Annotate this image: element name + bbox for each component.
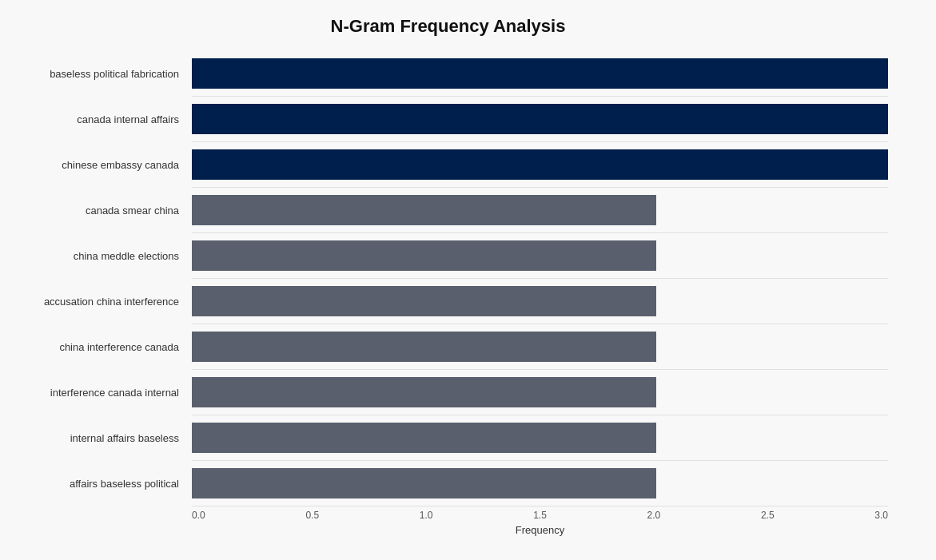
bar-track xyxy=(192,286,888,316)
bar-label: china interference canada xyxy=(8,341,185,353)
x-tick: 0.5 xyxy=(305,510,319,521)
x-tick: 2.5 xyxy=(761,510,775,521)
bar-fill xyxy=(192,423,656,453)
bar-label: canada smear china xyxy=(8,205,185,216)
bar-label: internal affairs baseless xyxy=(8,432,185,444)
chart-area: baseless political fabricationcanada int… xyxy=(8,51,888,506)
bar-fill xyxy=(192,468,656,498)
chart-container: N-Gram Frequency Analysis baseless polit… xyxy=(0,0,936,560)
x-tick: 1.0 xyxy=(420,510,433,521)
bar-row: china meddle elections xyxy=(192,233,888,279)
bar-fill xyxy=(192,58,888,89)
bar-fill xyxy=(192,195,656,225)
x-axis-label: Frequency xyxy=(8,524,888,536)
bar-fill xyxy=(192,286,656,316)
bar-track xyxy=(192,423,888,453)
bar-row: canada smear china xyxy=(192,188,888,233)
bar-label: baseless political fabrication xyxy=(8,68,185,80)
bar-label: interference canada internal xyxy=(8,387,185,399)
bar-row: chinese embassy canada xyxy=(192,142,888,188)
bar-fill xyxy=(192,240,656,271)
bar-row: canada internal affairs xyxy=(192,97,888,142)
x-tick: 0.0 xyxy=(192,510,205,521)
bar-track xyxy=(192,104,888,134)
bar-row: china interference canada xyxy=(192,324,888,370)
bar-fill xyxy=(192,149,888,180)
x-tick: 1.5 xyxy=(533,510,547,521)
bar-fill xyxy=(192,332,656,362)
bar-label: canada internal affairs xyxy=(8,113,185,125)
bar-fill xyxy=(192,377,656,407)
bar-track xyxy=(192,377,888,407)
bar-track xyxy=(192,149,888,180)
bar-label: chinese embassy canada xyxy=(8,159,185,171)
bar-label: china meddle elections xyxy=(8,250,185,262)
bar-row: accusation china interference xyxy=(192,279,888,324)
bar-track xyxy=(192,332,888,362)
bar-track xyxy=(192,58,888,89)
bar-label: affairs baseless political xyxy=(8,478,185,490)
bar-row: baseless political fabrication xyxy=(192,51,888,97)
bar-row: affairs baseless political xyxy=(192,461,888,506)
x-tick: 3.0 xyxy=(874,510,888,521)
bar-row: interference canada internal xyxy=(192,370,888,415)
x-tick: 2.0 xyxy=(647,510,661,521)
bar-track xyxy=(192,240,888,271)
chart-title: N-Gram Frequency Analysis xyxy=(8,16,888,37)
bar-row: internal affairs baseless xyxy=(192,415,888,461)
x-ticks: 0.00.51.01.52.02.53.0 xyxy=(192,510,888,521)
bar-fill xyxy=(192,104,888,134)
bar-label: accusation china interference xyxy=(8,296,185,308)
bar-track xyxy=(192,468,888,498)
x-axis: 0.00.51.01.52.02.53.0 xyxy=(8,510,888,521)
bar-track xyxy=(192,195,888,225)
